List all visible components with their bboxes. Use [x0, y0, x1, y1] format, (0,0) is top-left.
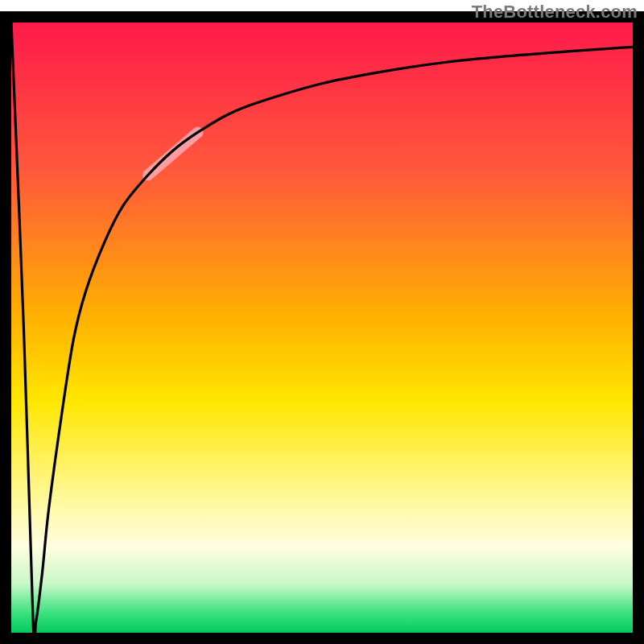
- watermark-text: TheBottleneck.com: [472, 2, 638, 23]
- chart-svg: [0, 0, 644, 644]
- chart-container: TheBottleneck.com: [0, 0, 644, 644]
- plot-background: [11, 23, 633, 633]
